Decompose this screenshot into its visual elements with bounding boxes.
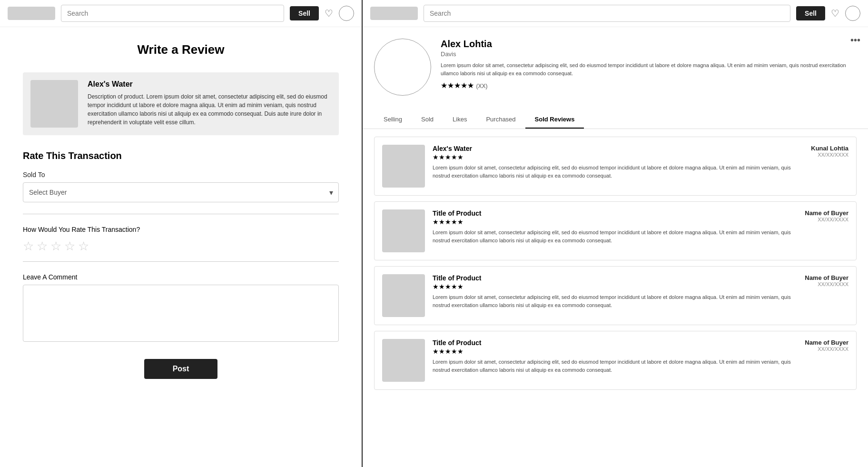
profile-avatar xyxy=(374,39,431,96)
profile-review-count: (XX) xyxy=(476,83,487,89)
rate-section: Rate This Transaction Sold To Select Buy… xyxy=(23,150,339,344)
review-date: XX/XX/XXXX xyxy=(818,217,848,222)
right-heart-icon[interactable]: ♡ xyxy=(831,8,839,19)
left-sell-button[interactable]: Sell xyxy=(290,6,319,20)
review-meta: Name of Buyer XX/XX/XXXX xyxy=(805,339,848,382)
divider-2 xyxy=(23,261,339,262)
tab-selling[interactable]: Selling xyxy=(374,111,412,129)
left-navbar: Sell ♡ xyxy=(0,0,362,27)
rating-question: How Would You Rate This Transaction? xyxy=(23,226,339,233)
review-content: Title of Product ★★★★★ Lorem ipsum dolor… xyxy=(433,339,797,382)
profile-stars: ★★★★★ xyxy=(441,81,474,89)
star-rating[interactable]: ☆ ☆ ☆ ☆ ☆ xyxy=(23,239,339,254)
profile-name: Alex Lohtia xyxy=(441,39,857,50)
product-description: Description of product. Lorem ipsum dolo… xyxy=(88,92,331,127)
profile-section: Alex Lohtia Davis Lorem ipsum dolor sit … xyxy=(363,27,868,96)
select-buyer-wrapper: Select Buyer ▾ xyxy=(23,182,339,202)
review-product-title: Title of Product xyxy=(433,339,797,347)
right-avatar[interactable] xyxy=(845,6,860,21)
post-btn-wrapper: Post xyxy=(23,359,339,379)
select-buyer-dropdown[interactable]: Select Buyer xyxy=(23,182,339,202)
review-buyer-name: Name of Buyer xyxy=(805,209,848,217)
review-product-image xyxy=(382,274,425,317)
review-date: XX/XX/XXXX xyxy=(818,152,848,158)
rate-section-title: Rate This Transaction xyxy=(23,150,339,161)
star-5[interactable]: ☆ xyxy=(78,239,89,254)
tab-sold-reviews[interactable]: Sold Reviews xyxy=(525,111,584,129)
left-logo xyxy=(8,7,55,20)
star-1[interactable]: ☆ xyxy=(23,239,34,254)
review-text: Lorem ipsum dolor sit amet, consectetur … xyxy=(433,164,803,179)
review-meta: Name of Buyer XX/XX/XXXX xyxy=(805,274,848,317)
review-card: Title of Product ★★★★★ Lorem ipsum dolor… xyxy=(374,266,857,325)
right-navbar: Sell ♡ xyxy=(363,0,868,27)
comment-textarea[interactable] xyxy=(23,285,339,342)
left-avatar[interactable] xyxy=(339,6,354,21)
left-panel: Sell ♡ Write a Review Alex's Water Descr… xyxy=(0,0,363,467)
product-info: Alex's Water Description of product. Lor… xyxy=(88,80,331,128)
review-product-title: Title of Product xyxy=(433,209,797,217)
product-card: Alex's Water Description of product. Lor… xyxy=(23,72,339,135)
profile-tabs: Selling Sold Likes Purchased Sold Review… xyxy=(363,103,868,129)
star-3[interactable]: ☆ xyxy=(50,239,61,254)
review-text: Lorem ipsum dolor sit amet, consectetur … xyxy=(433,358,797,374)
right-logo xyxy=(370,7,418,20)
post-button[interactable]: Post xyxy=(144,359,218,379)
review-product-image xyxy=(382,145,425,188)
review-card: Title of Product ★★★★★ Lorem ipsum dolor… xyxy=(374,201,857,260)
right-search-input[interactable] xyxy=(424,5,790,22)
profile-location: Davis xyxy=(441,50,857,58)
review-stars: ★★★★★ xyxy=(433,348,797,355)
review-date: XX/XX/XXXX xyxy=(818,281,848,287)
review-content: Title of Product ★★★★★ Lorem ipsum dolor… xyxy=(433,209,797,252)
sold-to-label: Sold To xyxy=(23,171,339,179)
review-product-image xyxy=(382,209,425,252)
product-title: Alex's Water xyxy=(88,80,331,89)
review-stars: ★★★★★ xyxy=(433,218,797,226)
comment-label: Leave A Comment xyxy=(23,273,339,281)
review-stars: ★★★★★ xyxy=(433,153,803,161)
left-content: Write a Review Alex's Water Description … xyxy=(0,27,362,467)
product-image xyxy=(30,80,78,128)
review-buyer-name: Name of Buyer xyxy=(805,274,848,281)
review-card: Alex's Water ★★★★★ Lorem ipsum dolor sit… xyxy=(374,137,857,196)
review-meta: Kunal Lohtia XX/XX/XXXX xyxy=(811,145,848,188)
reviews-list: Alex's Water ★★★★★ Lorem ipsum dolor sit… xyxy=(363,129,868,467)
review-buyer-name: Kunal Lohtia xyxy=(811,145,848,152)
review-content: Alex's Water ★★★★★ Lorem ipsum dolor sit… xyxy=(433,145,803,188)
profile-info: Alex Lohtia Davis Lorem ipsum dolor sit … xyxy=(441,39,857,96)
review-content: Title of Product ★★★★★ Lorem ipsum dolor… xyxy=(433,274,797,317)
tab-purchased[interactable]: Purchased xyxy=(476,111,525,129)
profile-bio: Lorem ipsum dolor sit amet, consectetur … xyxy=(441,61,857,77)
review-stars: ★★★★★ xyxy=(433,283,797,290)
review-buyer-name: Name of Buyer xyxy=(805,339,848,346)
right-panel: Sell ♡ Alex Lohtia Davis Lorem ipsum dol… xyxy=(363,0,868,467)
review-meta: Name of Buyer XX/XX/XXXX xyxy=(805,209,848,252)
tab-likes[interactable]: Likes xyxy=(443,111,476,129)
tab-sold[interactable]: Sold xyxy=(412,111,443,129)
review-product-image xyxy=(382,339,425,382)
star-4[interactable]: ☆ xyxy=(64,239,75,254)
divider-1 xyxy=(23,214,339,214)
more-options-button[interactable]: ••• xyxy=(850,35,860,46)
review-product-title: Alex's Water xyxy=(433,145,803,152)
right-sell-button[interactable]: Sell xyxy=(796,6,825,20)
review-date: XX/XX/XXXX xyxy=(818,346,848,352)
left-search-input[interactable] xyxy=(61,5,284,22)
star-2[interactable]: ☆ xyxy=(37,239,48,254)
review-text: Lorem ipsum dolor sit amet, consectetur … xyxy=(433,229,797,244)
review-product-title: Title of Product xyxy=(433,274,797,282)
left-heart-icon[interactable]: ♡ xyxy=(325,8,333,19)
review-text: Lorem ipsum dolor sit amet, consectetur … xyxy=(433,293,797,309)
page-title: Write a Review xyxy=(23,42,339,57)
review-card: Title of Product ★★★★★ Lorem ipsum dolor… xyxy=(374,331,857,390)
